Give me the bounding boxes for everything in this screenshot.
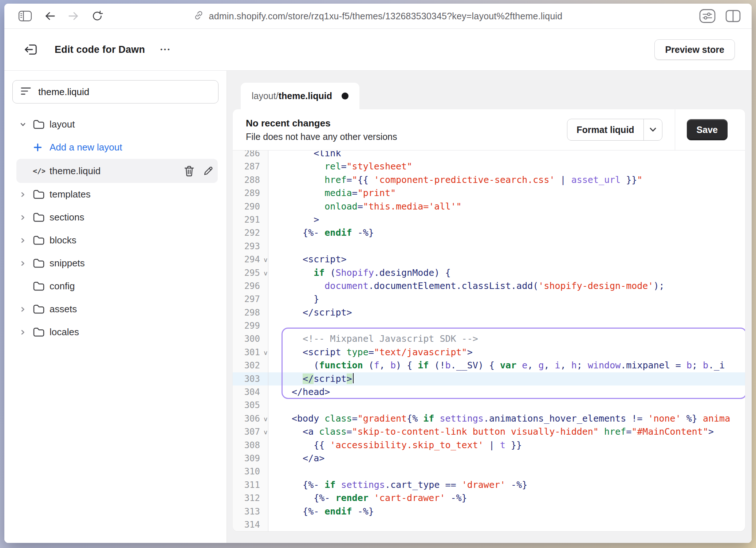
code-line[interactable]: </script> <box>268 372 745 385</box>
chevron-down-icon[interactable] <box>19 121 33 128</box>
code-line[interactable]: rel="stylesheet" <box>268 160 745 173</box>
line-number[interactable]: 296 <box>233 279 268 293</box>
fold-toggle-icon[interactable]: ∨ <box>263 426 268 439</box>
line-number[interactable]: 308 <box>233 439 268 452</box>
sidebar-folder-snippets[interactable]: snippets <box>4 252 227 275</box>
line-number[interactable]: 291 <box>233 213 268 226</box>
code-line[interactable]: {{ 'accessibility.skip_to_text' | t }} <box>268 439 745 452</box>
line-number[interactable]: 306∨ <box>233 412 268 425</box>
chevron-right-icon[interactable] <box>19 191 33 198</box>
reload-icon[interactable] <box>91 10 103 22</box>
line-number[interactable]: 300 <box>233 332 268 345</box>
sidebar-toggle-icon[interactable] <box>18 10 32 22</box>
code-line[interactable]: document.documentElement.classList.add('… <box>268 279 745 293</box>
fold-toggle-icon[interactable]: ∨ <box>263 346 268 359</box>
code-line[interactable]: </script> <box>268 306 745 319</box>
line-number[interactable]: 288 <box>233 173 268 187</box>
line-number[interactable]: 286 <box>233 150 268 160</box>
line-number[interactable]: 307∨ <box>233 425 268 438</box>
code-editor[interactable]: 286287288289290291292293294∨295∨29629729… <box>233 150 745 531</box>
line-number[interactable]: 309 <box>233 452 268 465</box>
chevron-right-icon[interactable] <box>19 214 33 221</box>
chevron-right-icon[interactable] <box>19 329 33 336</box>
fold-toggle-icon[interactable]: ∨ <box>263 412 268 426</box>
line-number[interactable]: 310 <box>233 465 268 478</box>
format-liquid-button[interactable]: Format liquid <box>567 119 662 141</box>
line-number[interactable]: 311 <box>233 478 268 492</box>
file-search-input[interactable] <box>38 86 210 98</box>
code-line[interactable] <box>268 240 745 253</box>
sidebar-folder-assets[interactable]: assets <box>4 298 227 321</box>
code-line[interactable]: {%- endif -%} <box>268 226 745 239</box>
sidebar-file-theme.liquid[interactable]: </>theme.liquid <box>16 159 218 183</box>
code-line[interactable]: } <box>268 293 745 306</box>
line-number[interactable]: 289 <box>233 187 268 200</box>
sidebar-folder-blocks[interactable]: blocks <box>4 229 227 252</box>
code-line[interactable]: {%- render 'cart-drawer' -%} <box>268 492 745 505</box>
line-number[interactable]: 292 <box>233 226 268 239</box>
line-number[interactable]: 303 <box>233 372 268 385</box>
chevron-right-icon[interactable] <box>19 306 33 313</box>
line-number[interactable]: 290 <box>233 200 268 213</box>
code-line[interactable]: </a> <box>268 452 745 465</box>
code-line[interactable]: if (Shopify.designMode) { <box>268 266 745 279</box>
line-number[interactable]: 301∨ <box>233 346 268 359</box>
line-number[interactable]: 304 <box>233 385 268 399</box>
save-button[interactable]: Save <box>687 119 728 140</box>
tab-file-name: theme.liquid <box>279 91 332 101</box>
sidebar-folder-layout[interactable]: layout <box>4 113 227 136</box>
code-line[interactable] <box>268 465 745 478</box>
code-line[interactable]: {%- if settings.cart_type == 'drawer' -%… <box>268 478 745 492</box>
code-line[interactable]: <script type="text/javascript"> <box>268 346 745 359</box>
line-number[interactable]: 299 <box>233 319 268 332</box>
line-number[interactable]: 294∨ <box>233 253 268 266</box>
chevron-right-icon[interactable] <box>19 237 33 244</box>
tab-theme-liquid[interactable]: layout/theme.liquid <box>241 83 359 109</box>
code-line[interactable]: <body class="gradient{% if settings.anim… <box>268 412 745 425</box>
address-bar[interactable]: admin.shopify.com/store/rzq1xu-f5/themes… <box>194 10 563 22</box>
line-number[interactable]: 302 <box>233 359 268 372</box>
rename-file-icon[interactable] <box>203 166 213 176</box>
sidebar-folder-sections[interactable]: sections <box>4 206 227 229</box>
chevron-right-icon[interactable] <box>19 260 33 267</box>
code-line[interactable]: <a class="skip-to-content-link button vi… <box>268 425 745 438</box>
fold-toggle-icon[interactable]: ∨ <box>263 253 268 266</box>
code-line[interactable]: </head> <box>268 385 745 399</box>
preview-store-button[interactable]: Preview store <box>654 39 735 60</box>
line-number[interactable]: 312 <box>233 492 268 505</box>
delete-file-icon[interactable] <box>184 165 194 177</box>
code-line[interactable]: href="{{ 'component-predictive-search.cs… <box>268 173 745 187</box>
more-actions-menu[interactable]: ••• <box>160 46 171 53</box>
back-icon[interactable] <box>44 11 56 21</box>
file-search-box[interactable] <box>12 80 218 103</box>
fold-toggle-icon[interactable]: ∨ <box>263 267 268 280</box>
line-number[interactable]: 293 <box>233 240 268 253</box>
code-line[interactable]: media="print" <box>268 187 745 200</box>
split-view-icon[interactable] <box>725 9 741 23</box>
code-line[interactable]: onload="this.media='all'" <box>268 200 745 213</box>
line-number[interactable]: 298 <box>233 306 268 319</box>
add-new-layout-link[interactable]: Add a new layout <box>4 136 227 159</box>
code-line[interactable] <box>268 518 745 531</box>
sidebar-folder-config[interactable]: config <box>4 275 227 298</box>
chevron-down-icon[interactable] <box>643 119 662 140</box>
code-line[interactable]: <script> <box>268 253 745 266</box>
line-number[interactable]: 297 <box>233 293 268 306</box>
code-line[interactable] <box>268 319 745 332</box>
sidebar-folder-templates[interactable]: templates <box>4 183 227 206</box>
sidebar-folder-locales[interactable]: locales <box>4 321 227 344</box>
line-number[interactable]: 314 <box>233 518 268 531</box>
code-line[interactable]: {%- endif -%} <box>268 505 745 518</box>
exit-code-editor-icon[interactable] <box>23 42 38 57</box>
code-line[interactable]: <link <box>268 150 745 160</box>
code-line[interactable] <box>268 399 745 412</box>
code-line[interactable]: > <box>268 213 745 226</box>
line-number[interactable]: 305 <box>233 399 268 412</box>
line-number[interactable]: 313 <box>233 505 268 518</box>
line-number[interactable]: 287 <box>233 160 268 173</box>
code-line[interactable]: <!-- Mixpanel Javascript SDK --> <box>268 332 745 345</box>
forward-icon[interactable] <box>68 11 79 21</box>
page-settings-icon[interactable] <box>699 9 716 23</box>
line-number[interactable]: 295∨ <box>233 266 268 279</box>
code-line[interactable]: (function (f, b) { if (!b.__SV) { var e,… <box>268 359 745 372</box>
